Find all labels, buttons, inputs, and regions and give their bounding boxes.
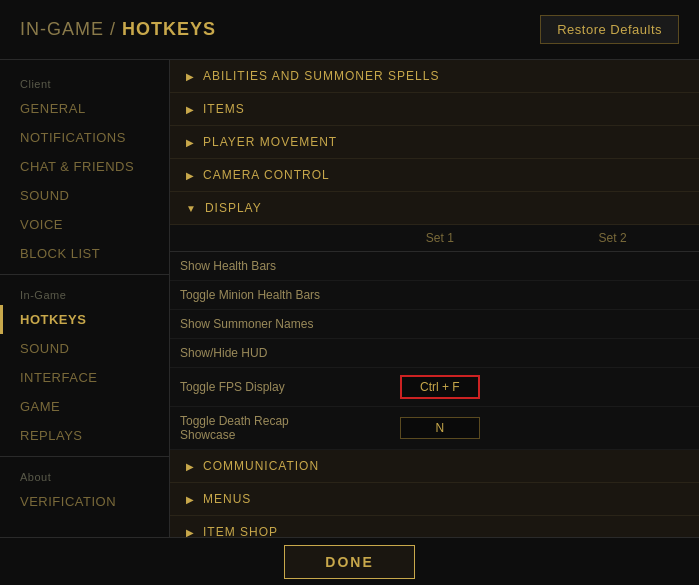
category-label: MENUS — [203, 492, 251, 506]
display-label: DISPLAY — [205, 201, 262, 215]
table-row[interactable]: Toggle FPS DisplayCtrl + F — [170, 368, 699, 407]
table-row[interactable]: Toggle Minion Health Bars — [170, 281, 699, 310]
table-row[interactable]: Show Health Bars — [170, 252, 699, 281]
hotkey-set2[interactable] — [526, 407, 699, 450]
hotkey-set1[interactable] — [354, 339, 527, 368]
table-header: Set 1 Set 2 — [170, 225, 699, 252]
hotkey-name: Toggle FPS Display — [170, 368, 354, 407]
category-menus[interactable]: ▶ MENUS — [170, 483, 699, 516]
sidebar: Client GENERAL NOTIFICATIONS CHAT & FRIE… — [0, 60, 170, 585]
category-label: CAMERA CONTROL — [203, 168, 330, 182]
arrow-icon: ▶ — [186, 71, 195, 82]
sidebar-item-chat-friends[interactable]: CHAT & FRIENDS — [0, 152, 169, 181]
arrow-icon: ▶ — [186, 461, 195, 472]
hotkey-set2[interactable] — [526, 281, 699, 310]
category-items[interactable]: ▶ ITEMS — [170, 93, 699, 126]
key-badge[interactable]: Ctrl + F — [400, 375, 480, 399]
col-set2: Set 2 — [526, 225, 699, 252]
arrow-icon: ▶ — [186, 137, 195, 148]
sidebar-item-voice[interactable]: VOICE — [0, 210, 169, 239]
hotkey-set2[interactable] — [526, 310, 699, 339]
hotkey-set1[interactable]: N — [354, 407, 527, 450]
col-set1: Set 1 — [354, 225, 527, 252]
category-player-movement[interactable]: ▶ PLAYER MOVEMENT — [170, 126, 699, 159]
hotkey-name: Toggle Minion Health Bars — [170, 281, 354, 310]
title-bold: HOTKEYS — [122, 19, 216, 39]
restore-defaults-button[interactable]: Restore Defaults — [540, 15, 679, 44]
ingame-section-label: In-Game — [0, 281, 169, 305]
arrow-icon: ▶ — [186, 494, 195, 505]
title-prefix: IN-GAME / — [20, 19, 122, 39]
hotkey-name: Toggle Death Recap Showcase — [170, 407, 354, 450]
hotkey-set1[interactable] — [354, 310, 527, 339]
sidebar-item-hotkeys[interactable]: HOTKEYS — [0, 305, 169, 334]
sidebar-item-sound-client[interactable]: SOUND — [0, 181, 169, 210]
hotkey-name: Show/Hide HUD — [170, 339, 354, 368]
arrow-icon: ▶ — [186, 527, 195, 538]
hotkey-name: Show Health Bars — [170, 252, 354, 281]
footer: DONE — [0, 537, 699, 585]
sidebar-item-game[interactable]: GAME — [0, 392, 169, 421]
sidebar-divider — [0, 274, 169, 275]
hotkey-set1[interactable] — [354, 252, 527, 281]
arrow-icon: ▼ — [186, 203, 197, 214]
hotkey-set2[interactable] — [526, 368, 699, 407]
hotkey-table: Set 1 Set 2 Show Health BarsToggle Minio… — [170, 225, 699, 450]
about-section-label: About — [0, 463, 169, 487]
category-label: COMMUNICATION — [203, 459, 319, 473]
done-button[interactable]: DONE — [284, 545, 414, 579]
sidebar-item-interface[interactable]: INTERFACE — [0, 363, 169, 392]
category-label: ABILITIES AND SUMMONER SPELLS — [203, 69, 439, 83]
sidebar-item-block-list[interactable]: BLOCK LIST — [0, 239, 169, 268]
category-display[interactable]: ▼ DISPLAY — [170, 192, 699, 225]
table-row[interactable]: Toggle Death Recap ShowcaseN — [170, 407, 699, 450]
arrow-icon: ▶ — [186, 104, 195, 115]
sidebar-item-sound-ingame[interactable]: SOUND — [0, 334, 169, 363]
content-area: ▶ ABILITIES AND SUMMONER SPELLS ▶ ITEMS … — [170, 60, 699, 585]
arrow-icon: ▶ — [186, 170, 195, 181]
sidebar-item-general[interactable]: GENERAL — [0, 94, 169, 123]
sidebar-divider-2 — [0, 456, 169, 457]
client-section-label: Client — [0, 70, 169, 94]
header: IN-GAME / HOTKEYS Restore Defaults — [0, 0, 699, 60]
hotkey-set2[interactable] — [526, 252, 699, 281]
page-title: IN-GAME / HOTKEYS — [20, 19, 216, 40]
hotkey-name: Show Summoner Names — [170, 310, 354, 339]
category-abilities[interactable]: ▶ ABILITIES AND SUMMONER SPELLS — [170, 60, 699, 93]
category-camera-control[interactable]: ▶ CAMERA CONTROL — [170, 159, 699, 192]
col-name — [170, 225, 354, 252]
sidebar-item-notifications[interactable]: NOTIFICATIONS — [0, 123, 169, 152]
key-badge[interactable]: N — [400, 417, 480, 439]
hotkey-set1[interactable]: Ctrl + F — [354, 368, 527, 407]
sidebar-item-replays[interactable]: REPLAYS — [0, 421, 169, 450]
hotkey-set1[interactable] — [354, 281, 527, 310]
table-row[interactable]: Show/Hide HUD — [170, 339, 699, 368]
main-layout: Client GENERAL NOTIFICATIONS CHAT & FRIE… — [0, 60, 699, 585]
category-label: ITEMS — [203, 102, 245, 116]
table-row[interactable]: Show Summoner Names — [170, 310, 699, 339]
sidebar-item-verification[interactable]: VERIFICATION — [0, 487, 169, 516]
category-communication[interactable]: ▶ COMMUNICATION — [170, 450, 699, 483]
hotkey-set2[interactable] — [526, 339, 699, 368]
category-label: PLAYER MOVEMENT — [203, 135, 337, 149]
